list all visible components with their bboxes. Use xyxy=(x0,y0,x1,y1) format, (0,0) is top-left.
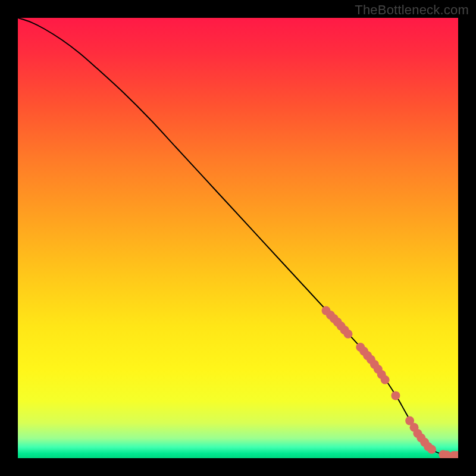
data-marker xyxy=(344,330,353,339)
watermark-text: TheBottleneck.com xyxy=(355,2,469,18)
plot-area xyxy=(18,18,458,458)
chart-frame: TheBottleneck.com xyxy=(0,0,476,476)
marker-layer xyxy=(18,18,458,458)
data-marker xyxy=(427,445,436,454)
data-marker xyxy=(381,375,390,384)
data-marker xyxy=(391,391,400,400)
